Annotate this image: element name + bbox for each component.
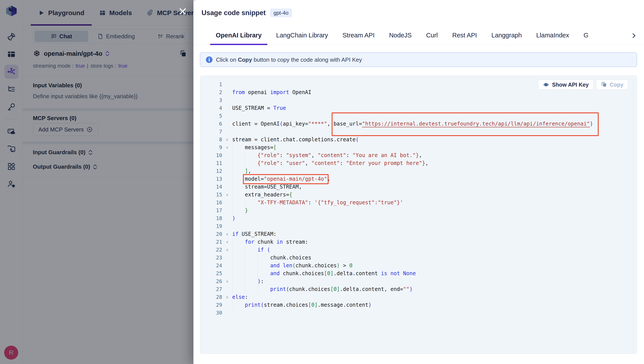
code-line: 24and len(chunk.choices) > 0: [200, 262, 637, 270]
code-editor: Show API Key Copy 12from openai import O…: [200, 76, 637, 354]
line-number: 27: [200, 285, 222, 293]
line-number: 22: [200, 246, 222, 254]
line-number: 1: [200, 80, 222, 88]
line-number: 26: [200, 278, 222, 285]
tab-openai-library[interactable]: OpenAI Library: [210, 26, 268, 45]
tab-langgraph[interactable]: Langgraph: [486, 26, 527, 45]
show-api-key-label: Show API Key: [552, 82, 589, 88]
fold-chevron-icon[interactable]: ∨: [222, 230, 232, 238]
tabs-scroll-right-icon[interactable]: [630, 32, 638, 40]
fold-chevron-icon[interactable]: ∨: [222, 144, 232, 152]
code-line: 8∨stream = client.chat.completions.creat…: [200, 136, 637, 144]
fold-spacer: [222, 214, 232, 222]
fold-chevron-icon[interactable]: ∨: [222, 246, 232, 254]
line-number: 19: [200, 222, 222, 230]
fold-chevron-icon[interactable]: ∨: [222, 191, 232, 198]
fold-spacer: [222, 88, 232, 96]
tab-langchain-library[interactable]: LangChain Library: [271, 26, 334, 45]
fold-spacer: [222, 270, 232, 278]
code-text: {"role": "system", "content": "You are a…: [232, 152, 422, 159]
code-text: ],: [232, 167, 251, 175]
code-actions: Show API Key Copy: [538, 80, 628, 90]
copy-code-label: Copy: [610, 82, 624, 88]
code-line: 17}: [200, 206, 637, 214]
code-text: if USE_STREAM:: [232, 230, 276, 238]
copy-code-button[interactable]: Copy: [596, 80, 628, 90]
code-line: 16"X-TFY-METADATA": '{"tfy_log_request":…: [200, 198, 637, 206]
code-line: 6client = OpenAI(api_key="****", base_ur…: [200, 120, 637, 128]
code-text: model="openai-main/gpt-4o",: [232, 175, 330, 183]
code-line: 27print(chunk.choices[0].delta.content, …: [200, 285, 637, 293]
fold-spacer: [222, 104, 232, 112]
code-text: print(stream.choices[0].message.content): [232, 301, 371, 309]
code-text: client = OpenAI(api_key="****", base_url…: [232, 120, 593, 128]
fold-spacer: [222, 309, 232, 317]
line-number: 12: [200, 167, 222, 175]
tab-curl[interactable]: Curl: [420, 26, 443, 45]
line-number: 24: [200, 262, 222, 270]
code-text: ): [232, 214, 235, 222]
code-line: 19: [200, 222, 637, 230]
tab-llamaindex[interactable]: LlamaIndex: [531, 26, 575, 45]
modal-header: Usage code snippet gpt-4o: [193, 0, 644, 26]
code-text: if (: [232, 246, 270, 254]
fold-spacer: [222, 183, 232, 191]
code-text: print(chunk.choices[0].delta.content, en…: [232, 285, 413, 293]
code-text: USE_STREAM = True: [232, 104, 286, 112]
fold-spacer: [222, 301, 232, 309]
fold-spacer: [222, 152, 232, 159]
fold-spacer: [222, 120, 232, 128]
fold-chevron-icon[interactable]: ∨: [222, 238, 232, 246]
fold-spacer: [222, 222, 232, 230]
line-number: 21: [200, 238, 222, 246]
code-line: 28∨else:: [200, 293, 637, 301]
fold-chevron-icon[interactable]: ∨: [222, 293, 232, 301]
tab-stream-api[interactable]: Stream API: [337, 26, 380, 45]
fold-spacer: [222, 262, 232, 270]
code-line: 30: [200, 309, 637, 317]
line-number: 5: [200, 112, 222, 120]
code-text: "X-TFY-METADATA": '{"tfy_log_request":"t…: [232, 198, 403, 206]
fold-spacer: [222, 80, 232, 88]
code-text: extra_headers={: [232, 191, 292, 198]
code-editor-lines: 12from openai import OpenAI34USE_STREAM …: [200, 76, 637, 317]
code-line: 4USE_STREAM = True: [200, 104, 637, 112]
fold-chevron-icon[interactable]: ∨: [222, 136, 232, 144]
code-line: 20∨if USE_STREAM:: [200, 230, 637, 238]
tab-nodejs[interactable]: NodeJS: [383, 26, 417, 45]
modal-title: Usage code snippet: [201, 9, 266, 17]
tab-truncated[interactable]: G: [578, 26, 588, 45]
modal-backdrop[interactable]: [0, 0, 193, 364]
code-line: 29print(stream.choices[0].message.conten…: [200, 301, 637, 309]
line-number: 25: [200, 270, 222, 278]
code-text: and len(chunk.choices) > 0: [232, 262, 352, 270]
code-text: chunk.choices: [232, 254, 311, 262]
code-line: 5: [200, 112, 637, 120]
code-line: 10{"role": "system", "content": "You are…: [200, 152, 637, 159]
fold-spacer: [222, 254, 232, 262]
line-number: 17: [200, 206, 222, 214]
tab-rest-api[interactable]: Rest API: [447, 26, 483, 45]
line-number: 29: [200, 301, 222, 309]
fold-spacer: [222, 285, 232, 293]
code-line: 25and chunk.choices[0].delta.content is …: [200, 270, 637, 278]
line-number: 15: [200, 191, 222, 198]
line-number: 4: [200, 104, 222, 112]
code-line: 22∨if (: [200, 246, 637, 254]
usage-code-snippet-modal: Usage code snippet gpt-4o OpenAI Library…: [193, 0, 644, 364]
line-number: 2: [200, 88, 222, 96]
fold-chevron-icon[interactable]: ∨: [222, 278, 232, 285]
code-scrollbar-track[interactable]: [633, 78, 634, 351]
line-number: 18: [200, 214, 222, 222]
code-line: 3: [200, 96, 637, 104]
close-modal-icon[interactable]: [176, 5, 189, 18]
fold-spacer: [222, 167, 232, 175]
fold-spacer: [222, 96, 232, 104]
line-number: 23: [200, 254, 222, 262]
code-text: else:: [232, 293, 248, 301]
line-number: 8: [200, 136, 222, 144]
info-icon: i: [206, 56, 212, 63]
code-text: {"role": "user", "content": "Enter your …: [232, 159, 428, 167]
code-text: for chunk in stream:: [232, 238, 308, 246]
show-api-key-button[interactable]: Show API Key: [538, 80, 593, 90]
